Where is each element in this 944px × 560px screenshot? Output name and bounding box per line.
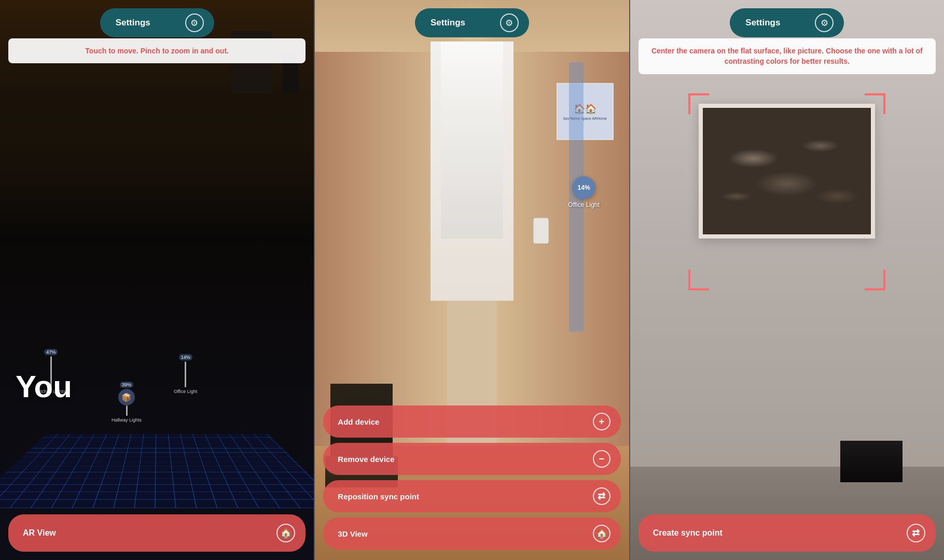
settings-header-p2: Settings ⚙ xyxy=(415,8,529,37)
office-light-badge: 14% xyxy=(573,176,595,199)
p2-office-light[interactable]: 14% Office Light xyxy=(568,176,599,208)
info-text-p3: Center the camera on the flat surface, l… xyxy=(648,46,926,67)
create-sync-point-label: Create sync point xyxy=(653,528,723,538)
add-device-icon: + xyxy=(593,413,610,430)
3d-view-label: 3D View xyxy=(338,529,367,538)
bottom-buttons-p2: Add device + Remove device − Reposition … xyxy=(315,405,629,560)
wall-poster: 🏠🏠 Sav*Bitme Space ARHome xyxy=(557,83,614,140)
sync-bracket xyxy=(688,93,885,290)
ar-grid-floor xyxy=(0,434,314,508)
info-text-p1: Touch to move. Pinch to zoom in and out. xyxy=(18,46,296,56)
hallway-lights-label: Hallway Lights xyxy=(112,417,142,423)
ar-view-button[interactable]: AR View 🏠 xyxy=(8,514,306,552)
office-light-dev-label: Office Light xyxy=(568,201,599,208)
kitchen-lights-pct: 47% xyxy=(44,349,58,355)
shelf-box xyxy=(840,441,903,482)
3d-view-icon: 🏠 xyxy=(593,525,610,542)
panel-ar-view: 47% Kitchen Lights 39% 📦 Hallway Lights … xyxy=(0,0,314,560)
office-light-pct: 14% xyxy=(179,354,192,360)
settings-header-p3: Settings ⚙ xyxy=(730,8,844,37)
you-label: You xyxy=(16,369,72,404)
remove-device-button[interactable]: Remove device − xyxy=(323,443,620,475)
remove-device-icon: − xyxy=(593,450,610,468)
bracket-corner-bl xyxy=(688,270,709,290)
settings-header-p1: Settings ⚙ xyxy=(100,8,214,37)
create-sync-point-button[interactable]: Create sync point ⇄ xyxy=(638,514,936,552)
create-sync-point-icon: ⇄ xyxy=(907,524,925,542)
reposition-sync-icon: ⇄ xyxy=(593,487,610,505)
corridor-door xyxy=(441,41,503,239)
light-switch xyxy=(533,218,549,244)
pin-line-hallway xyxy=(126,405,128,416)
hallway-lights-bubble: 📦 xyxy=(118,389,135,405)
info-banner-p1: Touch to move. Pinch to zoom in and out. xyxy=(8,38,306,63)
reposition-sync-button[interactable]: Reposition sync point ⇄ xyxy=(323,480,620,512)
poster-inner: 🏠🏠 Sav*Bitme Space ARHome xyxy=(561,87,609,136)
settings-gear-p1[interactable]: ⚙ xyxy=(185,13,204,32)
info-banner-p3: Center the camera on the flat surface, l… xyxy=(638,38,936,74)
3d-view-button[interactable]: 3D View 🏠 xyxy=(323,517,620,550)
add-device-button[interactable]: Add device + xyxy=(323,405,620,438)
panel-sync-point: Settings ⚙ Center the camera on the flat… xyxy=(629,0,944,560)
device-pin-office-light[interactable]: 14% Office Light xyxy=(174,354,197,394)
bracket-corner-tl xyxy=(688,93,709,114)
reposition-sync-label: Reposition sync point xyxy=(338,492,419,501)
device-pin-hallway-lights[interactable]: 39% 📦 Hallway Lights xyxy=(112,382,142,423)
settings-title-p3: Settings xyxy=(745,18,780,28)
office-light-label: Office Light xyxy=(174,389,197,394)
bracket-corner-tr xyxy=(865,93,885,114)
pin-line-office xyxy=(185,361,186,387)
hallway-lights-pct: 39% xyxy=(120,382,133,388)
panel-hallway-view: 🏠🏠 Sav*Bitme Space ARHome 14% Office Lig… xyxy=(314,0,629,560)
ar-view-label: AR View xyxy=(23,528,56,538)
add-device-label: Add device xyxy=(338,417,379,426)
settings-title-p1: Settings xyxy=(116,18,150,28)
settings-gear-p2[interactable]: ⚙ xyxy=(500,13,519,32)
settings-title-p2: Settings xyxy=(431,18,465,28)
bracket-corner-br xyxy=(865,270,885,290)
ar-view-icon: 🏠 xyxy=(276,524,295,542)
settings-gear-p3[interactable]: ⚙ xyxy=(815,13,834,32)
remove-device-label: Remove device xyxy=(338,455,394,464)
